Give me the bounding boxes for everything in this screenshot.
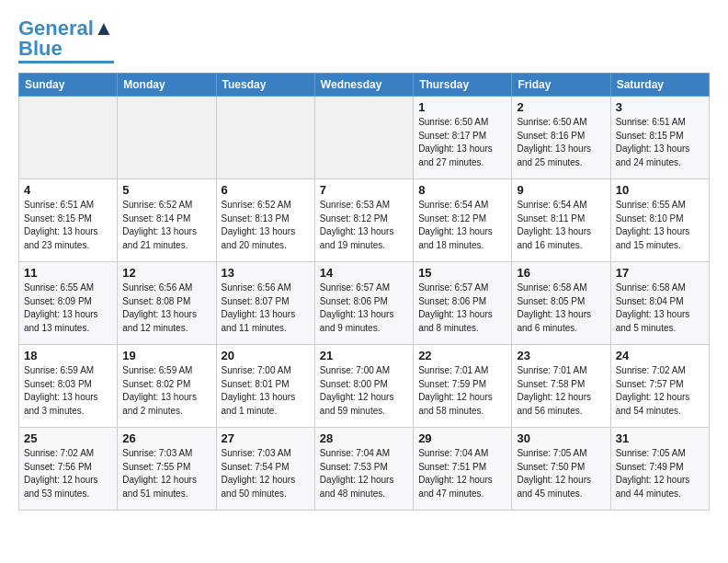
day-info: Sunrise: 6:59 AM Sunset: 8:02 PM Dayligh… (122, 364, 210, 418)
day-info: Sunrise: 7:02 AM Sunset: 7:56 PM Dayligh… (24, 447, 112, 500)
calendar-cell: 31Sunrise: 7:05 AM Sunset: 7:49 PM Dayli… (610, 428, 709, 511)
day-number: 16 (517, 266, 605, 280)
day-number: 23 (517, 349, 605, 362)
day-info: Sunrise: 6:54 AM Sunset: 8:11 PM Dayligh… (517, 199, 605, 252)
day-info: Sunrise: 6:58 AM Sunset: 8:04 PM Dayligh… (616, 282, 704, 335)
day-number: 2 (517, 100, 605, 114)
day-info: Sunrise: 6:52 AM Sunset: 8:13 PM Dayligh… (222, 199, 310, 252)
day-number: 18 (24, 349, 112, 362)
day-number: 10 (616, 183, 704, 197)
page-header: General▲ Blue (18, 18, 710, 63)
day-number: 12 (122, 266, 210, 280)
day-info: Sunrise: 7:03 AM Sunset: 7:54 PM Dayligh… (222, 447, 310, 500)
day-number: 29 (418, 431, 506, 445)
calendar-cell: 7Sunrise: 6:53 AM Sunset: 8:12 PM Daylig… (314, 179, 413, 262)
calendar-header-row: SundayMondayTuesdayWednesdayThursdayFrid… (19, 74, 710, 97)
calendar-cell: 15Sunrise: 6:57 AM Sunset: 8:06 PM Dayli… (414, 262, 512, 345)
day-info: Sunrise: 7:01 AM Sunset: 7:59 PM Dayligh… (418, 364, 506, 418)
calendar-cell: 27Sunrise: 7:03 AM Sunset: 7:54 PM Dayli… (216, 428, 314, 511)
day-number: 25 (24, 431, 112, 445)
day-info: Sunrise: 7:05 AM Sunset: 7:49 PM Dayligh… (616, 447, 704, 500)
day-number: 28 (320, 431, 408, 445)
day-number: 27 (222, 431, 310, 445)
day-number: 1 (418, 100, 506, 114)
day-info: Sunrise: 7:05 AM Sunset: 7:50 PM Dayligh… (517, 447, 605, 500)
day-info: Sunrise: 6:53 AM Sunset: 8:12 PM Dayligh… (320, 199, 408, 252)
day-info: Sunrise: 6:50 AM Sunset: 8:16 PM Dayligh… (517, 116, 605, 169)
day-number: 19 (122, 349, 210, 362)
day-info: Sunrise: 6:50 AM Sunset: 8:17 PM Dayligh… (418, 116, 506, 169)
weekday-header-tuesday: Tuesday (216, 74, 314, 97)
calendar-cell: 17Sunrise: 6:58 AM Sunset: 8:04 PM Dayli… (610, 262, 709, 345)
calendar-cell: 14Sunrise: 6:57 AM Sunset: 8:06 PM Dayli… (314, 262, 413, 345)
calendar-cell: 3Sunrise: 6:51 AM Sunset: 8:15 PM Daylig… (610, 97, 709, 179)
day-number: 21 (320, 349, 408, 362)
calendar-table: SundayMondayTuesdayWednesdayThursdayFrid… (18, 73, 710, 511)
calendar-cell: 9Sunrise: 6:54 AM Sunset: 8:11 PM Daylig… (512, 179, 610, 262)
day-info: Sunrise: 6:58 AM Sunset: 8:05 PM Dayligh… (517, 282, 605, 335)
calendar-cell: 24Sunrise: 7:02 AM Sunset: 7:57 PM Dayli… (610, 345, 709, 428)
day-info: Sunrise: 6:55 AM Sunset: 8:10 PM Dayligh… (616, 199, 704, 252)
calendar-cell: 29Sunrise: 7:04 AM Sunset: 7:51 PM Dayli… (414, 428, 512, 511)
day-number: 3 (616, 100, 704, 114)
day-number: 7 (320, 183, 408, 197)
weekday-header-friday: Friday (512, 74, 610, 97)
calendar-cell: 13Sunrise: 6:56 AM Sunset: 8:07 PM Dayli… (216, 262, 314, 345)
day-number: 9 (517, 183, 605, 197)
calendar-cell: 30Sunrise: 7:05 AM Sunset: 7:50 PM Dayli… (512, 428, 610, 511)
day-info: Sunrise: 6:57 AM Sunset: 8:06 PM Dayligh… (320, 282, 408, 335)
day-number: 24 (616, 349, 704, 362)
calendar-week-1: 1Sunrise: 6:50 AM Sunset: 8:17 PM Daylig… (19, 97, 710, 179)
calendar-cell: 5Sunrise: 6:52 AM Sunset: 8:14 PM Daylig… (118, 179, 216, 262)
calendar-cell: 10Sunrise: 6:55 AM Sunset: 8:10 PM Dayli… (610, 179, 709, 262)
calendar-cell: 1Sunrise: 6:50 AM Sunset: 8:17 PM Daylig… (414, 97, 512, 179)
calendar-cell: 6Sunrise: 6:52 AM Sunset: 8:13 PM Daylig… (216, 179, 314, 262)
calendar-cell: 4Sunrise: 6:51 AM Sunset: 8:15 PM Daylig… (19, 179, 118, 262)
calendar-cell: 11Sunrise: 6:55 AM Sunset: 8:09 PM Dayli… (19, 262, 118, 345)
day-info: Sunrise: 7:03 AM Sunset: 7:55 PM Dayligh… (122, 447, 210, 500)
calendar-cell (216, 97, 314, 179)
day-info: Sunrise: 6:55 AM Sunset: 8:09 PM Dayligh… (24, 282, 112, 335)
day-info: Sunrise: 6:57 AM Sunset: 8:06 PM Dayligh… (418, 282, 506, 335)
weekday-header-monday: Monday (118, 74, 216, 97)
calendar-cell: 12Sunrise: 6:56 AM Sunset: 8:08 PM Dayli… (118, 262, 216, 345)
day-info: Sunrise: 7:04 AM Sunset: 7:51 PM Dayligh… (418, 447, 506, 500)
day-info: Sunrise: 7:00 AM Sunset: 8:01 PM Dayligh… (222, 364, 310, 418)
day-info: Sunrise: 6:56 AM Sunset: 8:08 PM Dayligh… (122, 282, 210, 335)
calendar-cell: 20Sunrise: 7:00 AM Sunset: 8:01 PM Dayli… (216, 345, 314, 428)
day-number: 11 (24, 266, 112, 280)
calendar-cell: 28Sunrise: 7:04 AM Sunset: 7:53 PM Dayli… (314, 428, 413, 511)
day-number: 22 (418, 349, 506, 362)
logo-blue: Blue (18, 37, 63, 60)
day-number: 15 (418, 266, 506, 280)
day-info: Sunrise: 6:52 AM Sunset: 8:14 PM Dayligh… (122, 199, 210, 252)
day-number: 14 (320, 266, 408, 280)
day-info: Sunrise: 6:59 AM Sunset: 8:03 PM Dayligh… (24, 364, 112, 418)
day-number: 17 (616, 266, 704, 280)
day-info: Sunrise: 7:04 AM Sunset: 7:53 PM Dayligh… (320, 447, 408, 500)
day-info: Sunrise: 6:56 AM Sunset: 8:07 PM Dayligh… (222, 282, 310, 335)
calendar-cell: 18Sunrise: 6:59 AM Sunset: 8:03 PM Dayli… (19, 345, 118, 428)
day-info: Sunrise: 7:01 AM Sunset: 7:58 PM Dayligh… (517, 364, 605, 418)
day-number: 31 (616, 431, 704, 445)
day-info: Sunrise: 6:51 AM Sunset: 8:15 PM Dayligh… (24, 199, 112, 252)
day-number: 6 (222, 183, 310, 197)
day-info: Sunrise: 7:00 AM Sunset: 8:00 PM Dayligh… (320, 364, 408, 418)
weekday-header-thursday: Thursday (414, 74, 512, 97)
day-number: 8 (418, 183, 506, 197)
logo-text: General▲ Blue (18, 18, 114, 59)
calendar-cell (314, 97, 413, 179)
day-number: 26 (122, 431, 210, 445)
calendar-cell: 23Sunrise: 7:01 AM Sunset: 7:58 PM Dayli… (512, 345, 610, 428)
calendar-cell: 25Sunrise: 7:02 AM Sunset: 7:56 PM Dayli… (19, 428, 118, 511)
logo: General▲ Blue (18, 18, 114, 63)
day-info: Sunrise: 6:51 AM Sunset: 8:15 PM Dayligh… (616, 116, 704, 169)
calendar-week-2: 4Sunrise: 6:51 AM Sunset: 8:15 PM Daylig… (19, 179, 710, 262)
calendar-cell: 21Sunrise: 7:00 AM Sunset: 8:00 PM Dayli… (314, 345, 413, 428)
calendar-cell: 8Sunrise: 6:54 AM Sunset: 8:12 PM Daylig… (414, 179, 512, 262)
logo-underline (18, 61, 114, 63)
weekday-header-saturday: Saturday (610, 74, 709, 97)
calendar-cell: 22Sunrise: 7:01 AM Sunset: 7:59 PM Dayli… (414, 345, 512, 428)
calendar-cell: 26Sunrise: 7:03 AM Sunset: 7:55 PM Dayli… (118, 428, 216, 511)
calendar-cell (118, 97, 216, 179)
